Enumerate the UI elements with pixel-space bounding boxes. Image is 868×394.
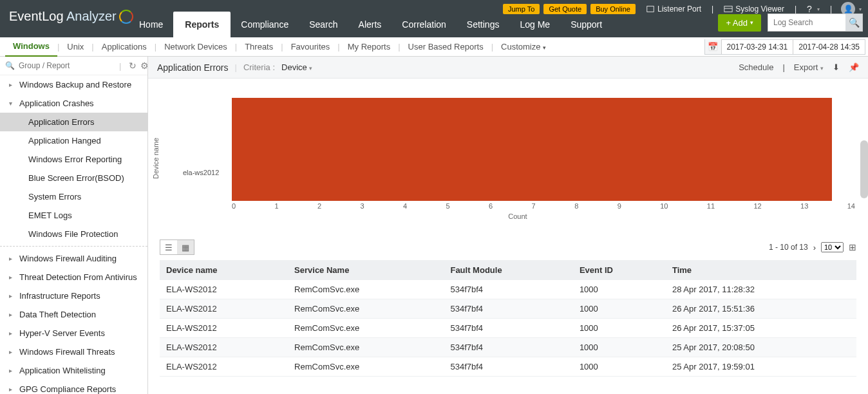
sidebar-search: 🔍 | ↻⚙ [0, 57, 147, 75]
listener-port-link[interactable]: Listener Port [646, 5, 701, 14]
col-service-name[interactable]: Service Name [288, 260, 444, 280]
sidebar: 🔍 | ↻⚙ ▸Windows Backup and Restore ▾Appl… [0, 57, 148, 394]
nav-search[interactable]: Search [299, 12, 348, 37]
subnav-network-devices[interactable]: Network Devices [156, 37, 235, 56]
nav-correlation[interactable]: Correlation [392, 12, 456, 37]
add-button[interactable]: + Add▾ [718, 14, 761, 32]
x-tick: 4 [403, 202, 407, 210]
tree-item-threat-detection-from-antivirus[interactable]: ▸Threat Detection From Antivirus [0, 268, 147, 286]
view-toggle: ☰ ▦ [160, 239, 194, 255]
chevron-right-icon: ▸ [9, 292, 15, 299]
list-view-button[interactable]: ☰ [160, 240, 177, 254]
report-header: Application Errors | Criteria : Device ▾… [148, 57, 868, 79]
log-search-button[interactable]: 🔍 [845, 14, 862, 31]
page-size-select[interactable]: 10 [821, 242, 844, 252]
jump-to-button[interactable]: Jump To [503, 4, 540, 14]
columns-icon[interactable]: ⊞ [849, 242, 856, 252]
tree-item-hyper-v-server-events[interactable]: ▸Hyper-V Server Events [0, 324, 147, 342]
nav-reports[interactable]: Reports [173, 12, 231, 37]
nav-alerts[interactable]: Alerts [348, 12, 392, 37]
date-range-picker[interactable]: 📅 2017-03-29 14:31 2017-04-28 14:35 [704, 39, 866, 55]
chevron-right-icon: ▸ [9, 348, 15, 355]
get-quote-button[interactable]: Get Quote [543, 4, 587, 14]
svg-rect-0 [647, 6, 654, 12]
help-icon[interactable]: ? [807, 4, 812, 14]
schedule-link[interactable]: Schedule [739, 62, 773, 72]
sidebar-search-input[interactable] [19, 61, 115, 70]
tree-item-windows-backup[interactable]: ▸Windows Backup and Restore [0, 75, 147, 94]
nav-home[interactable]: Home [129, 12, 173, 37]
history-icon[interactable]: ↻ [129, 61, 137, 71]
search-icon: 🔍 [5, 61, 15, 70]
log-search-input[interactable] [768, 15, 845, 30]
criteria-value-dropdown[interactable]: Device ▾ [281, 62, 312, 72]
table-row[interactable]: ELA-WS2012RemComSvc.exe534f7bf4100025 Ap… [160, 338, 856, 357]
col-time[interactable]: Time [666, 260, 856, 280]
tree-sub-windows-file-protection[interactable]: Windows File Protection [0, 225, 147, 243]
pin-icon[interactable]: 📌 [849, 62, 859, 72]
x-tick: 12 [753, 202, 761, 210]
subnav-favourites[interactable]: Favourites [283, 37, 338, 56]
table-row[interactable]: ELA-WS2012RemComSvc.exe534f7bf4100028 Ap… [160, 280, 856, 299]
tree-item-application-crashes[interactable]: ▾Application Crashes [0, 94, 147, 113]
customize-menu[interactable]: Customize ▾ [493, 42, 546, 52]
nav-compliance[interactable]: Compliance [231, 12, 299, 37]
tree-sub-application-hanged[interactable]: Application Hanged [0, 131, 147, 150]
table-row[interactable]: ELA-WS2012RemComSvc.exe534f7bf4100026 Ap… [160, 299, 856, 319]
subnav-applications[interactable]: Applications [94, 37, 155, 56]
subnav-user-based-reports[interactable]: User Based Reports [401, 37, 491, 56]
tree-sub-application-errors[interactable]: Application Errors [0, 113, 147, 131]
tree-item-application-whitelisting[interactable]: ▸Application Whitelisting [0, 361, 147, 380]
help-chevron-icon: ▾ [817, 6, 820, 12]
export-menu[interactable]: Export ▾ [794, 62, 824, 72]
tree-sub-blue-screen-error-bsod-[interactable]: Blue Screen Error(BSOD) [0, 169, 147, 187]
brand-name-2: Analyzer [66, 9, 117, 23]
grid-view-button[interactable]: ▦ [177, 240, 194, 254]
x-tick: 8 [574, 202, 578, 210]
x-tick: 0 [232, 202, 236, 210]
tree-item-data-theft-detection[interactable]: ▸Data Theft Detection [0, 305, 147, 324]
tree-sub-system-errors[interactable]: System Errors [0, 187, 147, 206]
x-tick: 2 [317, 202, 321, 210]
brand-name-1: EventLog [9, 9, 66, 23]
top-right-controls: + Add▾ 🔍 [718, 14, 863, 32]
nav-settings[interactable]: Settings [457, 12, 510, 37]
scrollbar[interactable] [860, 140, 868, 198]
results-table: Device nameService NameFault ModuleEvent… [160, 260, 856, 377]
tree-sub-emet-logs[interactable]: EMET Logs [0, 206, 147, 225]
col-device-name[interactable]: Device name [160, 260, 288, 280]
tree-divider [0, 246, 147, 247]
gear-icon[interactable]: ⚙ [140, 61, 148, 71]
subnav-my-reports[interactable]: My Reports [340, 37, 398, 56]
table-row[interactable]: ELA-WS2012RemComSvc.exe534f7bf4100025 Ap… [160, 357, 856, 377]
chart-bar[interactable] [232, 98, 832, 201]
subnav-unix[interactable]: Unix [59, 37, 91, 56]
table-row[interactable]: ELA-WS2012RemComSvc.exe534f7bf4100026 Ap… [160, 319, 856, 338]
main-content: Application Errors | Criteria : Device ▾… [148, 57, 868, 394]
chart-container: Device name ela-ws2012 01234567891011121… [148, 79, 868, 227]
download-icon[interactable]: ⬇ [833, 62, 840, 72]
chevron-right-icon: ▸ [9, 274, 15, 281]
brand-logo[interactable]: EventLog Analyzer [9, 9, 133, 24]
tree-item-windows-firewall-threats[interactable]: ▸Windows Firewall Threats [0, 342, 147, 361]
tree-item-gpg-compliance-reports[interactable]: ▸GPG Compliance Reports [0, 380, 147, 394]
next-page-button[interactable]: › [813, 243, 816, 252]
table-header-row: Device nameService NameFault ModuleEvent… [160, 260, 856, 280]
col-fault-module[interactable]: Fault Module [444, 260, 572, 280]
tree-sub-windows-error-reporting[interactable]: Windows Error Reporting [0, 150, 147, 169]
syslog-viewer-link[interactable]: Syslog Viewer [724, 5, 784, 14]
chart-x-axis: 01234567891011121314 [209, 201, 855, 210]
calendar-icon: 📅 [705, 39, 722, 54]
table-toolbar: ☰ ▦ 1 - 10 of 13 › 10 ⊞ [160, 239, 856, 255]
listener-icon [646, 5, 655, 14]
log-search-box: 🔍 [768, 14, 863, 32]
col-event-id[interactable]: Event ID [573, 260, 666, 280]
tree-item-infrastructure-reports[interactable]: ▸Infrastructure Reports [0, 286, 147, 305]
chevron-right-icon: ▸ [9, 311, 15, 318]
tree-item-windows-firewall-auditing[interactable]: ▸Windows Firewall Auditing [0, 249, 147, 268]
chart-plot-area [209, 98, 855, 201]
subnav-threats[interactable]: Threats [237, 37, 281, 56]
buy-online-button[interactable]: Buy Online [590, 4, 636, 14]
x-tick: 7 [532, 202, 536, 210]
subnav-windows[interactable]: Windows [5, 37, 57, 57]
